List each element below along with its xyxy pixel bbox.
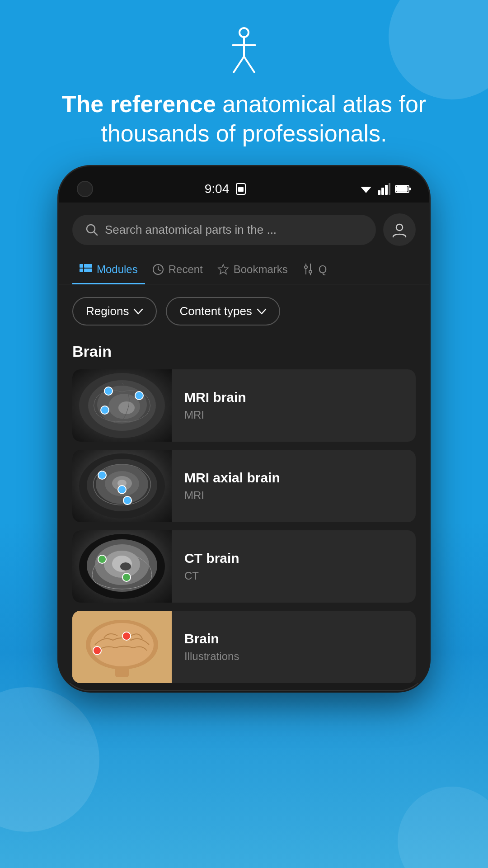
tab-filter[interactable]: Q <box>295 255 334 284</box>
mri-brain-sagittal-svg <box>72 369 172 442</box>
mri-axial-brain-info: MRI axial brain MRI <box>172 470 293 502</box>
hero-title: The reference anatomical atlas for thous… <box>0 90 488 148</box>
svg-line-4 <box>244 57 254 72</box>
svg-rect-21 <box>84 269 92 272</box>
svg-point-26 <box>305 266 307 269</box>
content-types-filter-button[interactable]: Content types <box>166 297 280 326</box>
nav-tabs: Modules Recent Bookmarks <box>59 255 429 284</box>
ct-brain-subtitle: CT <box>184 570 239 582</box>
list-item-ct-brain[interactable]: CT brain CT <box>72 530 416 603</box>
mri-brain-info: MRI brain MRI <box>172 390 259 421</box>
tab-modules[interactable]: Modules <box>72 255 145 284</box>
svg-rect-8 <box>378 190 380 195</box>
svg-point-55 <box>98 555 106 563</box>
phone-mockup: 9:04 <box>0 166 488 691</box>
tab-recent-label: Recent <box>169 263 203 276</box>
filter-icon <box>302 264 314 275</box>
brain-illustration-info: Brain Illustrations <box>172 631 252 663</box>
svg-rect-13 <box>396 186 408 192</box>
mri-brain-image <box>72 369 172 442</box>
status-time: 9:04 <box>205 182 248 196</box>
mri-axial-brain-image <box>72 450 172 522</box>
user-profile-button[interactable] <box>383 213 416 246</box>
svg-rect-20 <box>84 264 92 268</box>
brain-illustration-image <box>72 611 172 683</box>
svg-point-27 <box>309 270 312 273</box>
svg-point-47 <box>118 486 126 494</box>
sim-icon <box>235 183 247 195</box>
status-bar: 9:04 <box>59 166 429 203</box>
ct-brain-info: CT brain CT <box>172 551 252 582</box>
svg-line-16 <box>94 232 97 235</box>
status-icons <box>359 183 411 195</box>
ct-brain-svg <box>72 530 172 603</box>
svg-line-24 <box>158 269 160 271</box>
svg-marker-25 <box>218 264 228 274</box>
svg-point-0 <box>239 28 249 37</box>
human-body-icon <box>224 27 264 77</box>
mri-brain-title: MRI brain <box>184 390 246 405</box>
svg-point-46 <box>98 471 106 479</box>
svg-point-62 <box>122 632 131 640</box>
signal-icon <box>378 183 390 195</box>
bg-decoration-circle-bottom-left <box>0 687 99 832</box>
time-display: 9:04 <box>205 182 230 196</box>
svg-point-61 <box>93 646 101 655</box>
list-item-brain-illustration[interactable]: Brain Illustrations <box>72 611 416 683</box>
svg-point-39 <box>101 406 109 414</box>
list-item-mri-brain[interactable]: MRI brain MRI <box>72 369 416 442</box>
tab-filter-label: Q <box>319 263 327 276</box>
regions-filter-label: Regions <box>86 304 129 318</box>
svg-rect-60 <box>115 667 129 677</box>
svg-rect-10 <box>385 185 388 195</box>
modules-icon <box>80 264 92 275</box>
search-placeholder: Search anatomical parts in the ... <box>105 223 277 237</box>
svg-rect-18 <box>80 264 83 268</box>
content-list: Brain <box>59 338 429 683</box>
mri-brain-subtitle: MRI <box>184 409 246 421</box>
tab-recent[interactable]: Recent <box>145 255 210 284</box>
svg-point-48 <box>123 496 131 505</box>
ct-brain-title: CT brain <box>184 551 239 566</box>
content-types-filter-label: Content types <box>179 304 252 318</box>
brain-illustration-title: Brain <box>184 631 239 646</box>
bg-decoration-circle-bottom-right <box>398 787 488 868</box>
battery-icon <box>395 184 411 193</box>
hero-section: The reference anatomical atlas for thous… <box>0 0 488 166</box>
wifi-icon <box>359 183 373 195</box>
hero-title-strong: The reference <box>62 91 216 117</box>
svg-rect-6 <box>238 187 244 192</box>
svg-rect-14 <box>409 188 411 190</box>
section-brain-title: Brain <box>72 338 416 360</box>
brain-illustration-svg <box>72 611 172 683</box>
search-bar[interactable]: Search anatomical parts in the ... <box>72 215 376 245</box>
svg-point-54 <box>120 562 131 571</box>
svg-line-3 <box>234 57 244 72</box>
search-area: Search anatomical parts in the ... <box>59 203 429 255</box>
phone-frame: 9:04 <box>59 166 429 691</box>
ct-brain-image <box>72 530 172 603</box>
content-types-dropdown-icon <box>257 308 267 315</box>
mri-axial-brain-title: MRI axial brain <box>184 470 280 486</box>
tab-bookmarks[interactable]: Bookmarks <box>210 255 295 284</box>
svg-marker-7 <box>361 187 371 193</box>
svg-rect-19 <box>80 269 83 272</box>
svg-point-17 <box>396 224 403 231</box>
filter-area: Regions Content types <box>59 284 429 338</box>
svg-point-38 <box>135 392 143 400</box>
mri-brain-axial-svg <box>72 450 172 522</box>
regions-dropdown-icon <box>133 308 143 315</box>
svg-point-37 <box>104 387 113 395</box>
tab-modules-label: Modules <box>97 263 138 276</box>
camera-dot <box>77 181 93 197</box>
clock-icon <box>152 264 164 275</box>
list-item-mri-axial-brain[interactable]: MRI axial brain MRI <box>72 450 416 522</box>
regions-filter-button[interactable]: Regions <box>72 297 157 326</box>
star-icon <box>217 264 229 275</box>
brain-illustration-subtitle: Illustrations <box>184 650 239 663</box>
user-icon <box>391 222 408 238</box>
mri-axial-brain-subtitle: MRI <box>184 489 280 502</box>
svg-point-56 <box>122 573 131 581</box>
phone-screen: Search anatomical parts in the ... <box>59 203 429 683</box>
svg-point-59 <box>90 623 154 666</box>
